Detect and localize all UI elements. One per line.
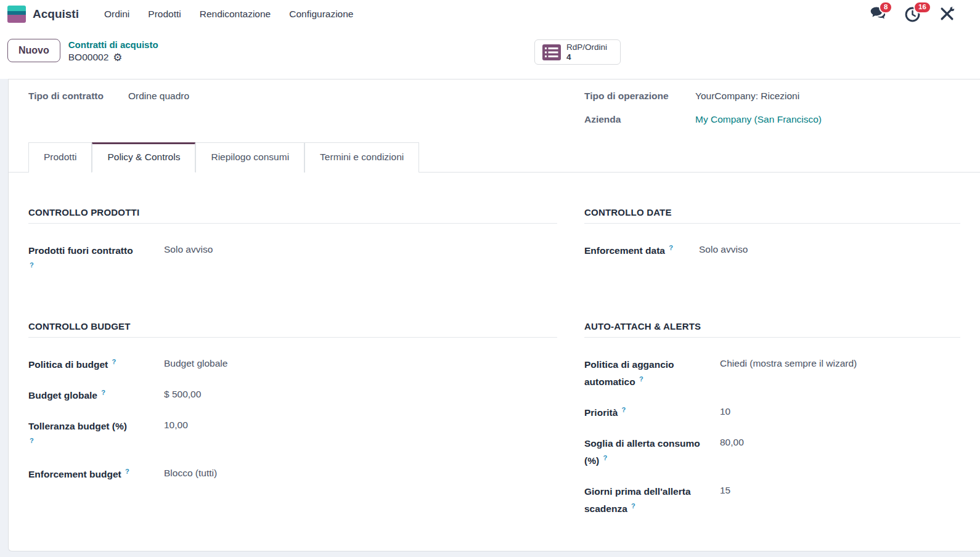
field-label: Politica di aggancio automatico ?: [584, 356, 704, 391]
section-title: CONTROLLO BUDGET: [28, 321, 557, 338]
field-label: Tolleranza budget (%) ?: [28, 418, 133, 452]
field-politica-aggancio-automatico: Politica di aggancio automatico ? Chiedi…: [584, 356, 960, 391]
field-tipo-di-contratto: Tipo di contratto Ordine quadro: [28, 91, 557, 102]
app-logo-icon[interactable]: [7, 6, 26, 23]
section-auto-attach-alerts: AUTO-ATTACH & ALERTS Politica di agganci…: [584, 321, 960, 531]
field-value[interactable]: Solo avviso: [699, 242, 960, 255]
field-label: Budget globale ?: [28, 387, 133, 404]
tab-prodotti[interactable]: Prodotti: [28, 142, 92, 173]
field-value[interactable]: 10,00: [164, 418, 557, 431]
field-enforcement-budget: Enforcement budget ? Blocco (tutti): [28, 466, 557, 483]
stat-button-label: RdP/Ordini: [566, 43, 607, 52]
section-controllo-prodotti: CONTROLLO PRODOTTI Prodotti fuori contra…: [28, 207, 557, 290]
content-area: Tipo di contratto Ordine quadro Tipo di …: [0, 79, 980, 557]
field-budget-globale: Budget globale ? $ 500,00: [28, 387, 557, 404]
help-icon: ?: [669, 244, 673, 251]
field-label: Politica di budget ?: [28, 356, 133, 373]
messages-icon[interactable]: 8: [870, 7, 886, 22]
nav-item-prodotti[interactable]: Prodotti: [139, 9, 190, 20]
help-icon: ?: [631, 502, 635, 510]
field-politica-di-budget: Politica di budget ? Budget globale: [28, 356, 557, 373]
section-title: CONTROLLO DATE: [584, 207, 960, 224]
wrench-screwdriver-icon: [939, 7, 955, 22]
field-label: Enforcement budget ?: [28, 466, 133, 483]
field-tolleranza-budget: Tolleranza budget (%) ? 10,00: [28, 418, 557, 452]
tab-panel-policy-controls: CONTROLLO PRODOTTI Prodotti fuori contra…: [9, 173, 980, 531]
navbar-systray: 8 16: [870, 7, 970, 22]
help-icon: ?: [603, 454, 607, 461]
breadcrumb-current: BO00002: [68, 52, 109, 63]
help-icon: ?: [30, 261, 34, 269]
field-label: Tipo di contratto: [28, 91, 128, 102]
form-sheet: Tipo di contratto Ordine quadro Tipo di …: [8, 79, 980, 551]
nav-item-rendicontazione[interactable]: Rendicontazione: [190, 9, 280, 20]
field-label: Prodotti fuori contratto ?: [28, 242, 133, 277]
field-value[interactable]: 80,00: [720, 435, 960, 448]
section-controllo-budget: CONTROLLO BUDGET Politica di budget ? Bu…: [28, 321, 557, 531]
logo-teal-bar: [7, 6, 26, 11]
field-label: Giorni prima dell'allerta scadenza ?: [584, 483, 704, 518]
form-header: Tipo di contratto Ordine quadro Tipo di …: [9, 79, 980, 125]
form-header-left: Tipo di contratto Ordine quadro: [28, 91, 557, 125]
new-button[interactable]: Nuovo: [7, 39, 60, 62]
field-label: Azienda: [584, 114, 695, 125]
tab-policy-controls[interactable]: Policy & Controls: [92, 142, 195, 173]
help-icon: ?: [30, 437, 34, 444]
breadcrumb-parent-link[interactable]: Contratti di acquisto: [68, 39, 158, 50]
field-tipo-di-operazione: Tipo di operazione YourCompany: Ricezion…: [584, 91, 960, 102]
notebook-tabs: Prodotti Policy & Controls Riepilogo con…: [9, 142, 980, 173]
field-giorni-prima-allerta-scadenza: Giorni prima dell'allerta scadenza ? 15: [584, 483, 960, 518]
section-controllo-date: CONTROLLO DATE Enforcement data ? Solo a…: [584, 207, 960, 290]
tab-riepilogo-consumi[interactable]: Riepilogo consumi: [195, 142, 304, 173]
help-icon: ?: [639, 375, 643, 383]
field-value[interactable]: $ 500,00: [164, 387, 557, 400]
field-label: Soglia di allerta consumo (%) ?: [584, 435, 704, 470]
help-icon: ?: [101, 389, 105, 396]
top-navbar: Acquisti Ordini Prodotti Rendicontazione…: [0, 0, 980, 28]
help-icon: ?: [125, 468, 129, 475]
form-header-right: Tipo di operazione YourCompany: Ricezion…: [584, 91, 960, 125]
help-icon: ?: [622, 406, 626, 413]
section-title: AUTO-ATTACH & ALERTS: [584, 321, 960, 338]
field-azienda: Azienda My Company (San Francisco): [584, 114, 960, 125]
list-icon: [542, 44, 561, 60]
logo-purple-bar: [7, 15, 26, 23]
field-value[interactable]: Solo avviso: [164, 242, 557, 255]
breadcrumb: Contratti di acquisto BO00002 ⚙: [68, 39, 158, 63]
field-soglia-allerta-consumo: Soglia di allerta consumo (%) ? 80,00: [584, 435, 960, 470]
field-value[interactable]: Chiedi (mostra sempre il wizard): [720, 356, 960, 369]
section-title: CONTROLLO PRODOTTI: [28, 207, 557, 224]
field-value[interactable]: YourCompany: Ricezioni: [695, 91, 960, 102]
activities-icon[interactable]: 16: [905, 7, 921, 22]
tab-termini-condizioni[interactable]: Termini e condizioni: [304, 142, 419, 173]
stat-button-count: 4: [566, 52, 607, 62]
app-title[interactable]: Acquisti: [33, 7, 79, 21]
field-prodotti-fuori-contratto: Prodotti fuori contratto ? Solo avviso: [28, 242, 557, 277]
control-panel: Nuovo Contratti di acquisto BO00002 ⚙: [0, 28, 980, 79]
gear-icon[interactable]: ⚙: [113, 52, 122, 63]
company-link[interactable]: My Company (San Francisco): [695, 114, 960, 125]
field-value[interactable]: Ordine quadro: [128, 91, 557, 102]
activities-badge: 16: [913, 1, 931, 14]
nav-item-configurazione[interactable]: Configurazione: [280, 9, 362, 20]
field-label: Tipo di operazione: [584, 91, 695, 102]
field-value[interactable]: Budget globale: [164, 356, 557, 369]
messages-badge: 8: [879, 1, 892, 14]
field-priorita: Priorità ? 10: [584, 404, 960, 421]
field-enforcement-data: Enforcement data ? Solo avviso: [584, 242, 960, 259]
page: Acquisti Ordini Prodotti Rendicontazione…: [0, 0, 980, 557]
field-label: Enforcement data ?: [584, 242, 699, 259]
stat-button-rdp-ordini[interactable]: RdP/Ordini 4: [534, 39, 621, 65]
field-value[interactable]: 10: [720, 404, 960, 417]
field-value[interactable]: 15: [720, 483, 960, 496]
field-value[interactable]: Blocco (tutti): [164, 466, 557, 479]
help-icon: ?: [112, 358, 116, 365]
field-label: Priorità ?: [584, 404, 704, 421]
tools-menu-icon[interactable]: [939, 7, 955, 22]
nav-item-ordini[interactable]: Ordini: [95, 9, 139, 20]
